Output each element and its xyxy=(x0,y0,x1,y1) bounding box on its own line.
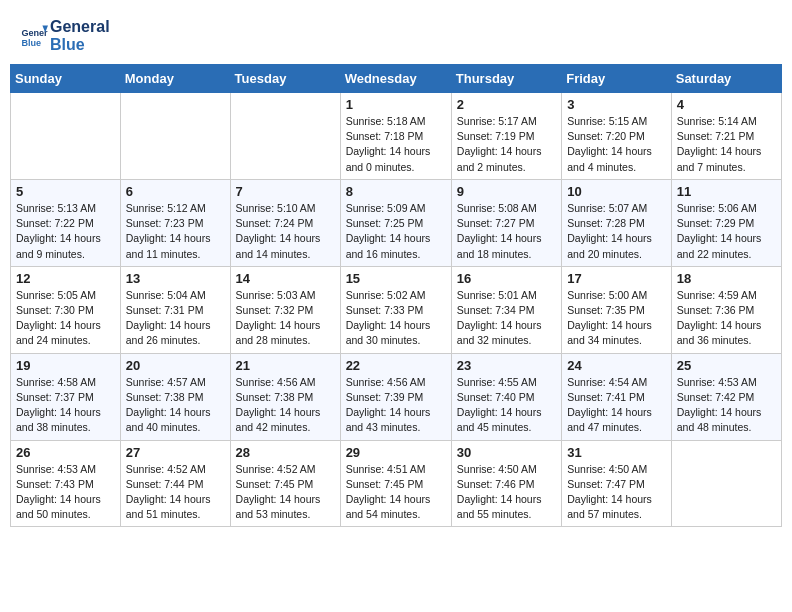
calendar-cell: 7Sunrise: 5:10 AMSunset: 7:24 PMDaylight… xyxy=(230,179,340,266)
calendar-cell: 29Sunrise: 4:51 AMSunset: 7:45 PMDayligh… xyxy=(340,440,451,527)
day-info: Sunrise: 4:50 AMSunset: 7:46 PMDaylight:… xyxy=(457,462,556,523)
day-number: 6 xyxy=(126,184,225,199)
calendar-week-row: 12Sunrise: 5:05 AMSunset: 7:30 PMDayligh… xyxy=(11,266,782,353)
page-header: General Blue General Blue xyxy=(10,10,782,59)
day-info: Sunrise: 5:02 AMSunset: 7:33 PMDaylight:… xyxy=(346,288,446,349)
day-number: 11 xyxy=(677,184,776,199)
calendar-cell: 9Sunrise: 5:08 AMSunset: 7:27 PMDaylight… xyxy=(451,179,561,266)
calendar-cell: 4Sunrise: 5:14 AMSunset: 7:21 PMDaylight… xyxy=(671,93,781,180)
day-number: 27 xyxy=(126,445,225,460)
day-info: Sunrise: 5:04 AMSunset: 7:31 PMDaylight:… xyxy=(126,288,225,349)
calendar-cell: 31Sunrise: 4:50 AMSunset: 7:47 PMDayligh… xyxy=(562,440,672,527)
calendar-cell: 20Sunrise: 4:57 AMSunset: 7:38 PMDayligh… xyxy=(120,353,230,440)
calendar-cell: 15Sunrise: 5:02 AMSunset: 7:33 PMDayligh… xyxy=(340,266,451,353)
day-info: Sunrise: 4:52 AMSunset: 7:45 PMDaylight:… xyxy=(236,462,335,523)
day-number: 4 xyxy=(677,97,776,112)
logo: General Blue General Blue xyxy=(20,18,110,54)
day-info: Sunrise: 4:51 AMSunset: 7:45 PMDaylight:… xyxy=(346,462,446,523)
day-number: 1 xyxy=(346,97,446,112)
day-number: 16 xyxy=(457,271,556,286)
calendar-header-row: SundayMondayTuesdayWednesdayThursdayFrid… xyxy=(11,65,782,93)
day-info: Sunrise: 4:57 AMSunset: 7:38 PMDaylight:… xyxy=(126,375,225,436)
day-info: Sunrise: 4:58 AMSunset: 7:37 PMDaylight:… xyxy=(16,375,115,436)
day-info: Sunrise: 4:55 AMSunset: 7:40 PMDaylight:… xyxy=(457,375,556,436)
calendar-cell: 3Sunrise: 5:15 AMSunset: 7:20 PMDaylight… xyxy=(562,93,672,180)
day-info: Sunrise: 4:56 AMSunset: 7:38 PMDaylight:… xyxy=(236,375,335,436)
day-info: Sunrise: 5:03 AMSunset: 7:32 PMDaylight:… xyxy=(236,288,335,349)
day-number: 23 xyxy=(457,358,556,373)
day-info: Sunrise: 5:12 AMSunset: 7:23 PMDaylight:… xyxy=(126,201,225,262)
day-number: 7 xyxy=(236,184,335,199)
weekday-header-friday: Friday xyxy=(562,65,672,93)
calendar-cell: 14Sunrise: 5:03 AMSunset: 7:32 PMDayligh… xyxy=(230,266,340,353)
calendar-table: SundayMondayTuesdayWednesdayThursdayFrid… xyxy=(10,64,782,527)
day-info: Sunrise: 5:09 AMSunset: 7:25 PMDaylight:… xyxy=(346,201,446,262)
day-info: Sunrise: 4:53 AMSunset: 7:43 PMDaylight:… xyxy=(16,462,115,523)
calendar-week-row: 5Sunrise: 5:13 AMSunset: 7:22 PMDaylight… xyxy=(11,179,782,266)
day-info: Sunrise: 5:18 AMSunset: 7:18 PMDaylight:… xyxy=(346,114,446,175)
day-number: 22 xyxy=(346,358,446,373)
calendar-cell: 13Sunrise: 5:04 AMSunset: 7:31 PMDayligh… xyxy=(120,266,230,353)
calendar-cell: 1Sunrise: 5:18 AMSunset: 7:18 PMDaylight… xyxy=(340,93,451,180)
weekday-header-monday: Monday xyxy=(120,65,230,93)
day-info: Sunrise: 5:06 AMSunset: 7:29 PMDaylight:… xyxy=(677,201,776,262)
day-number: 20 xyxy=(126,358,225,373)
day-info: Sunrise: 4:59 AMSunset: 7:36 PMDaylight:… xyxy=(677,288,776,349)
day-number: 26 xyxy=(16,445,115,460)
day-number: 31 xyxy=(567,445,666,460)
day-number: 21 xyxy=(236,358,335,373)
day-number: 24 xyxy=(567,358,666,373)
day-info: Sunrise: 5:10 AMSunset: 7:24 PMDaylight:… xyxy=(236,201,335,262)
calendar-cell: 16Sunrise: 5:01 AMSunset: 7:34 PMDayligh… xyxy=(451,266,561,353)
day-number: 19 xyxy=(16,358,115,373)
calendar-cell: 28Sunrise: 4:52 AMSunset: 7:45 PMDayligh… xyxy=(230,440,340,527)
day-info: Sunrise: 4:52 AMSunset: 7:44 PMDaylight:… xyxy=(126,462,225,523)
calendar-cell: 21Sunrise: 4:56 AMSunset: 7:38 PMDayligh… xyxy=(230,353,340,440)
calendar-cell: 5Sunrise: 5:13 AMSunset: 7:22 PMDaylight… xyxy=(11,179,121,266)
calendar-cell: 24Sunrise: 4:54 AMSunset: 7:41 PMDayligh… xyxy=(562,353,672,440)
day-number: 12 xyxy=(16,271,115,286)
weekday-header-thursday: Thursday xyxy=(451,65,561,93)
calendar-cell: 18Sunrise: 4:59 AMSunset: 7:36 PMDayligh… xyxy=(671,266,781,353)
day-number: 29 xyxy=(346,445,446,460)
day-info: Sunrise: 5:13 AMSunset: 7:22 PMDaylight:… xyxy=(16,201,115,262)
day-info: Sunrise: 5:15 AMSunset: 7:20 PMDaylight:… xyxy=(567,114,666,175)
calendar-cell: 19Sunrise: 4:58 AMSunset: 7:37 PMDayligh… xyxy=(11,353,121,440)
calendar-cell xyxy=(230,93,340,180)
day-number: 15 xyxy=(346,271,446,286)
calendar-cell: 10Sunrise: 5:07 AMSunset: 7:28 PMDayligh… xyxy=(562,179,672,266)
day-info: Sunrise: 4:56 AMSunset: 7:39 PMDaylight:… xyxy=(346,375,446,436)
calendar-cell: 23Sunrise: 4:55 AMSunset: 7:40 PMDayligh… xyxy=(451,353,561,440)
logo-icon: General Blue xyxy=(20,22,48,50)
calendar-cell: 12Sunrise: 5:05 AMSunset: 7:30 PMDayligh… xyxy=(11,266,121,353)
calendar-week-row: 1Sunrise: 5:18 AMSunset: 7:18 PMDaylight… xyxy=(11,93,782,180)
day-number: 2 xyxy=(457,97,556,112)
day-number: 13 xyxy=(126,271,225,286)
day-info: Sunrise: 5:07 AMSunset: 7:28 PMDaylight:… xyxy=(567,201,666,262)
day-number: 28 xyxy=(236,445,335,460)
day-number: 14 xyxy=(236,271,335,286)
day-number: 18 xyxy=(677,271,776,286)
day-info: Sunrise: 4:53 AMSunset: 7:42 PMDaylight:… xyxy=(677,375,776,436)
logo-general: General xyxy=(50,18,110,36)
calendar-cell: 26Sunrise: 4:53 AMSunset: 7:43 PMDayligh… xyxy=(11,440,121,527)
calendar-cell xyxy=(11,93,121,180)
day-info: Sunrise: 4:54 AMSunset: 7:41 PMDaylight:… xyxy=(567,375,666,436)
calendar-week-row: 26Sunrise: 4:53 AMSunset: 7:43 PMDayligh… xyxy=(11,440,782,527)
calendar-cell xyxy=(120,93,230,180)
day-number: 25 xyxy=(677,358,776,373)
day-info: Sunrise: 5:05 AMSunset: 7:30 PMDaylight:… xyxy=(16,288,115,349)
calendar-cell: 30Sunrise: 4:50 AMSunset: 7:46 PMDayligh… xyxy=(451,440,561,527)
day-info: Sunrise: 5:14 AMSunset: 7:21 PMDaylight:… xyxy=(677,114,776,175)
day-number: 5 xyxy=(16,184,115,199)
day-number: 10 xyxy=(567,184,666,199)
day-info: Sunrise: 4:50 AMSunset: 7:47 PMDaylight:… xyxy=(567,462,666,523)
day-number: 30 xyxy=(457,445,556,460)
calendar-cell: 17Sunrise: 5:00 AMSunset: 7:35 PMDayligh… xyxy=(562,266,672,353)
calendar-cell: 11Sunrise: 5:06 AMSunset: 7:29 PMDayligh… xyxy=(671,179,781,266)
calendar-cell: 6Sunrise: 5:12 AMSunset: 7:23 PMDaylight… xyxy=(120,179,230,266)
calendar-cell xyxy=(671,440,781,527)
calendar-cell: 25Sunrise: 4:53 AMSunset: 7:42 PMDayligh… xyxy=(671,353,781,440)
day-number: 9 xyxy=(457,184,556,199)
calendar-week-row: 19Sunrise: 4:58 AMSunset: 7:37 PMDayligh… xyxy=(11,353,782,440)
